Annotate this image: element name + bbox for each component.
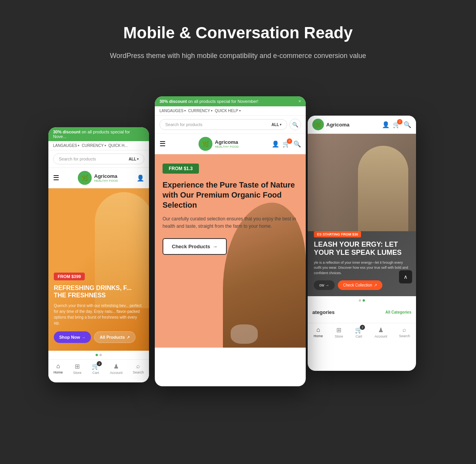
logo-text-center: Agricoma HEALTHY FOOD [215, 139, 239, 148]
arrow-shop-now: → [82, 335, 86, 339]
page-title: Mobile & Conversation Ready [110, 23, 366, 43]
from-badge-left: FROM $399 [54, 273, 85, 280]
shop-now-button[interactable]: Shop Now → [54, 331, 91, 343]
logo-center: 🌿 Agricoma HEALTHY FOOD [199, 137, 239, 151]
phone-right: 🌿 Agricoma 👤 🛒 2 🔍 [308, 116, 416, 371]
now-button-right[interactable]: ow → [314, 280, 335, 290]
check-collection-button[interactable]: Check Collection ↗ [338, 280, 382, 290]
from-badge-center: FROM $1.3 [163, 164, 199, 174]
logo-leaf-left: 🌿 [78, 171, 92, 185]
nav-cart-label-right: Cart [356, 334, 362, 338]
top-nav-links-center: LANGAUGES ▾ CURRENCY ▾ QUICK HELP ▾ [159, 109, 241, 113]
header-icons-center: 👤 🛒 2 🔍 [272, 140, 301, 148]
chevron-quickhelp-center: ▾ [239, 109, 241, 113]
top-nav-links-left: LANGAUGES ▾ CURRENCY ▾ QUICK H... [53, 143, 128, 148]
nav-search-label-left: Search [133, 370, 144, 374]
nav-search-left[interactable]: ⌕ Search [133, 363, 144, 375]
logo-leaf-center: 🌿 [199, 137, 212, 151]
all-tag-left: ALL ▾ [129, 157, 139, 161]
discount-bar-center: 30% discount on all products special for… [155, 96, 306, 106]
search-icon-header-right[interactable]: 🔍 [404, 121, 411, 128]
nav-account-right[interactable]: ♟ Account [375, 326, 387, 338]
logo-left: 🌿 Agricoma HEALTHY FOOD [78, 171, 118, 185]
nav-home-right[interactable]: ⌂ Home [313, 326, 323, 338]
cart-icon-left: 🛒 2 [92, 363, 99, 370]
hero-buttons-left: Shop Now → All Products ↗ [54, 331, 144, 343]
store-icon-right: ⊞ [336, 326, 341, 334]
phone-center: 30% discount on all products special for… [155, 96, 306, 386]
hero-right-desc: yle is a reflection of your inner energy… [314, 260, 410, 276]
account-icon-right[interactable]: 👤 [382, 121, 390, 128]
account-icon-nav-left: ♟ [113, 363, 119, 370]
hero-right-title: LEASH YOUR ERGY: LET YOUR YLE SPEAK LUME… [314, 241, 410, 257]
right-hero-img [308, 134, 416, 231]
discount-text-left: 30% discount on all products special for… [53, 130, 144, 139]
nav-search-right[interactable]: ⌕ Search [399, 326, 410, 338]
hero-center-desc: Our carefully curated selection ensures … [163, 215, 298, 230]
bottom-nav-right[interactable]: ⌂ Home ⊞ Store 🛒 2 Cart ♟ Account ⌕ Sear… [308, 323, 416, 340]
arrow-check-collection: ↗ [374, 283, 377, 287]
search-icon-center[interactable]: 🔍 [289, 119, 301, 130]
nav-langauges-left[interactable]: LANGAUGES ▾ [53, 143, 79, 148]
nav-home-left[interactable]: ⌂ Home [53, 363, 63, 375]
hero-center-title: Experience the Pure Taste of Nature with… [163, 180, 298, 210]
search-placeholder-center: Search for products [165, 122, 202, 127]
all-products-button[interactable]: All Products ↗ [94, 331, 135, 343]
nav-currency-center[interactable]: CURRENCY ▾ [188, 109, 212, 113]
nav-cart-label-left: Cart [92, 371, 99, 375]
arrow-all-products: ↗ [127, 335, 130, 339]
chevron-langauges-center: ▾ [184, 109, 186, 113]
nav-cart-left[interactable]: 🛒 2 Cart [92, 363, 99, 375]
account-icon-left[interactable]: 👤 [137, 174, 144, 182]
chef-visual [308, 134, 416, 231]
search-icon-header-center[interactable]: 🔍 [293, 140, 301, 148]
page-subtitle: WordPress theme with high mobile compati… [110, 50, 366, 61]
cart-icon-nav-right: 🛒 2 [355, 326, 363, 334]
nav-quickhelp-left[interactable]: QUICK H... [108, 143, 128, 148]
cart-badge-left: 2 [97, 361, 102, 366]
categories-section: ategories All Categories [308, 305, 416, 323]
bottom-nav-left[interactable]: ⌂ Home ⊞ Store 🛒 2 Cart ♟ Account ⌕ Sear… [48, 359, 149, 376]
nav-account-left[interactable]: ♟ Account [110, 363, 123, 375]
check-products-button[interactable]: Check Products → [163, 238, 227, 255]
account-icon-center[interactable]: 👤 [272, 140, 279, 148]
hamburger-left[interactable]: ☰ [53, 174, 59, 182]
nav-currency-left[interactable]: CURRENCY ▾ [82, 143, 106, 148]
mobile-header-right: 🌿 Agricoma 👤 🛒 2 🔍 [308, 116, 416, 134]
all-categories-link[interactable]: All Categories [385, 310, 411, 314]
chevron-langauges-left: ▾ [78, 144, 79, 147]
nav-home-label-right: Home [313, 334, 323, 338]
logo-text-right: Agricoma [326, 122, 349, 128]
nav-store-left[interactable]: ⊞ Store [73, 363, 82, 375]
hero-desc-left: Quench your thirst with our refreshing b… [54, 303, 144, 326]
nav-store-label-left: Store [73, 371, 82, 375]
cart-icon-right[interactable]: 🛒 2 [393, 121, 401, 128]
hero-center: FROM $1.3 Experience the Pure Taste of N… [155, 154, 306, 348]
starting-badge-right: ES STARTING FROM $30 [314, 231, 361, 237]
account-icon-nav-right: ♟ [378, 326, 384, 334]
nav-langauges-center[interactable]: LANGAUGES ▾ [159, 109, 186, 113]
search-icon-nav-left: ⌕ [136, 363, 140, 370]
search-input-center[interactable]: Search for products ALL ▾ [159, 119, 287, 130]
arrow-check-products: → [212, 244, 217, 249]
nav-store-right[interactable]: ⊞ Store [335, 326, 343, 338]
close-discount-center[interactable]: × [298, 99, 301, 104]
store-icon-left: ⊞ [75, 363, 80, 370]
nav-cart-right[interactable]: 🛒 2 Cart [355, 326, 363, 338]
search-input-left[interactable]: Search for products ALL ▾ [53, 154, 144, 164]
carousel-dots-left [48, 351, 149, 359]
hamburger-center[interactable]: ☰ [159, 140, 166, 148]
dot-1-left [96, 354, 98, 356]
page-header: Mobile & Conversation Ready WordPress th… [102, 0, 374, 77]
home-icon-left: ⌂ [57, 363, 60, 370]
cart-icon-center[interactable]: 🛒 2 [283, 140, 290, 148]
cart-badge-center: 2 [287, 138, 292, 144]
nav-quickhelp-center[interactable]: QUICK HELP ▾ [215, 109, 241, 113]
mobile-header-left: ☰ 🌿 Agricoma HEALTHY FOOD 👤 [48, 168, 149, 188]
hero-title-left: REFRESHING DRINKS, F... THE FRESHNESS [54, 284, 144, 299]
chevron-currency-left: ▾ [104, 144, 106, 147]
discount-text-center: 30% discount on all products special for… [159, 99, 259, 104]
scroll-top-button[interactable]: ∧ [399, 270, 412, 283]
search-bar-left: Search for products ALL ▾ [48, 150, 149, 168]
discount-rest-center: on all products special for November! [188, 99, 259, 104]
